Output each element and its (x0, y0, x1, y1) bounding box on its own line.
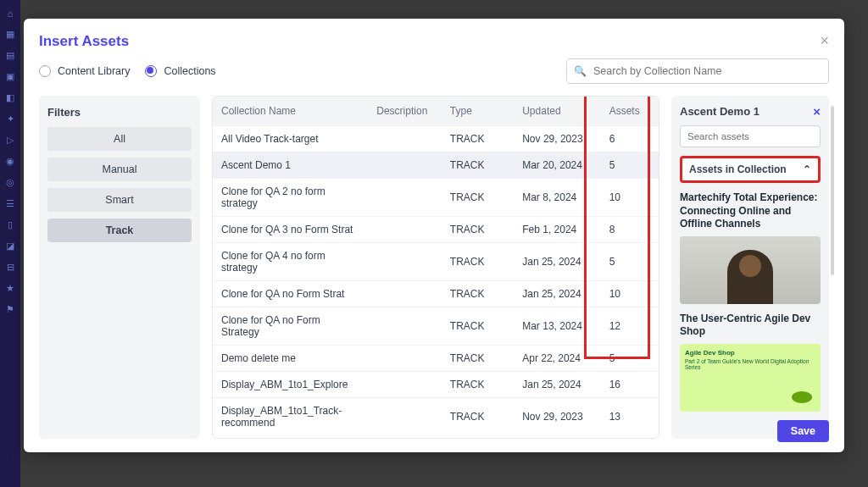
cell-assets: 12 (601, 307, 659, 346)
cell-type: TRACK (442, 372, 514, 398)
rail-icon[interactable]: ☰ (6, 198, 14, 209)
filter-manual[interactable]: Manual (47, 158, 192, 181)
rail-icon[interactable]: ⚑ (6, 304, 14, 315)
table-row[interactable]: Demo delete meTRACKApr 22, 20245 (213, 346, 659, 372)
filter-smart[interactable]: Smart (47, 188, 192, 212)
collections-table-panel: Collection Name Description Type Updated… (212, 96, 659, 439)
collections-table: Collection Name Description Type Updated… (213, 97, 659, 435)
detail-title: Ascent Demo 1 (680, 105, 760, 118)
asset-thumbnail: Agile Dev Shop Part 2 of Team Guide's Ne… (680, 344, 821, 412)
cell-name: Ascent Demo 1 (213, 152, 368, 179)
table-row[interactable]: Display_ABM_1to1_ExploreTRACKJan 25, 202… (213, 372, 659, 398)
asset-title: The User-Centric Agile Dev Shop (680, 313, 821, 339)
person-graphic (727, 250, 773, 304)
detail-close-icon[interactable]: × (813, 104, 821, 119)
tab-content-library[interactable]: Content Library (39, 65, 130, 77)
cell-assets: 13 (601, 398, 659, 436)
table-row[interactable]: Clone for QA 2 no form strategyTRACKMar … (213, 179, 659, 217)
cell-assets: 5 (601, 152, 659, 179)
cell-updated: Mar 20, 2024 (514, 152, 600, 179)
asset-thumbnail (680, 236, 821, 304)
cell-assets: 5 (601, 346, 659, 372)
detail-search-input[interactable] (680, 125, 821, 147)
cell-name: Clone for QA no Form Strat (213, 281, 368, 307)
cell-name: Clone for QA 3 no Form Strat (213, 217, 368, 243)
filters-title: Filters (47, 106, 192, 119)
table-row[interactable]: All Video Track-targetTRACKNov 29, 20236 (213, 126, 659, 152)
cell-name: All Video Track-target (213, 126, 368, 152)
asset-item[interactable]: Martechify Total Experience: Connecting … (680, 191, 821, 304)
cell-updated: Feb 1, 2024 (514, 217, 600, 243)
thumb-heading: Agile Dev Shop (685, 349, 815, 357)
cell-desc (368, 398, 442, 436)
cell-name: Clone for QA 4 no form strategy (213, 243, 368, 281)
cell-updated: Jan 25, 2024 (514, 243, 600, 281)
cell-desc (368, 243, 442, 281)
asset-item[interactable]: The User-Centric Agile Dev Shop Agile De… (680, 313, 821, 412)
cell-assets: 10 (601, 179, 659, 217)
insert-assets-modal: Insert Assets × Content Library Collecti… (24, 19, 844, 452)
rail-icon[interactable]: ◪ (6, 241, 14, 252)
cell-assets: 8 (601, 217, 659, 243)
table-row[interactable]: Clone for QA no Form StratTRACKJan 25, 2… (213, 281, 659, 307)
table-row[interactable]: Clone for QA 3 no Form StratTRACKFeb 1, … (213, 217, 659, 243)
cell-type: TRACK (442, 307, 514, 346)
cell-updated: Jan 25, 2024 (514, 281, 600, 307)
pagination: « Previous 1 2 3 Next » (213, 435, 659, 439)
rail-icon[interactable]: ⌂ (8, 8, 14, 19)
cell-name: Clone for QA no Form Strategy (213, 307, 368, 346)
cell-desc (368, 307, 442, 346)
rail-icon[interactable]: ◉ (6, 156, 14, 167)
rail-icon[interactable]: ★ (6, 283, 14, 294)
cell-type: TRACK (442, 281, 514, 307)
filter-all[interactable]: All (47, 127, 192, 151)
filters-panel: Filters All Manual Smart Track (39, 96, 200, 439)
asset-title: Martechify Total Experience: Connecting … (680, 191, 821, 231)
tab-collections[interactable]: Collections (145, 65, 215, 77)
table-row[interactable]: Display_ABM_1to1_Track-recommendTRACKNov… (213, 398, 659, 436)
rail-icon[interactable]: ▣ (6, 71, 14, 82)
rail-icon[interactable]: ⊟ (7, 262, 14, 273)
scrollbar[interactable] (831, 106, 834, 275)
cell-type: TRACK (442, 152, 514, 179)
cell-type: TRACK (442, 346, 514, 372)
cell-desc (368, 126, 442, 152)
tab-label: Content Library (58, 65, 130, 77)
cell-desc (368, 152, 442, 179)
cell-name: Demo delete me (213, 346, 368, 372)
rail-icon[interactable]: ▤ (6, 50, 14, 61)
rail-icon[interactable]: ◧ (6, 92, 14, 103)
collection-detail-panel: Ascent Demo 1 × Assets in Collection ⌃ M… (671, 96, 829, 439)
th-type[interactable]: Type (442, 97, 514, 126)
filter-track[interactable]: Track (47, 219, 192, 242)
th-updated[interactable]: Updated (514, 97, 600, 126)
th-collection-name[interactable]: Collection Name (213, 97, 368, 126)
search-collections[interactable]: 🔍 (566, 58, 829, 84)
cell-updated: Jan 25, 2024 (514, 372, 600, 398)
app-left-rail: ⌂ ▦ ▤ ▣ ◧ ✦ ▷ ◉ ◎ ☰ ▯ ◪ ⊟ ★ ⚑ (0, 0, 20, 487)
cell-desc (368, 346, 442, 372)
save-button[interactable]: Save (777, 420, 829, 442)
rail-icon[interactable]: ◎ (6, 177, 14, 188)
table-row[interactable]: Ascent Demo 1TRACKMar 20, 20245 (213, 152, 659, 179)
cell-type: TRACK (442, 243, 514, 281)
th-assets[interactable]: Assets (601, 97, 659, 126)
search-input[interactable] (593, 65, 821, 77)
cell-desc (368, 179, 442, 217)
rail-icon[interactable]: ▦ (6, 29, 14, 40)
eye-graphic (792, 391, 812, 403)
rail-icon[interactable]: ▷ (7, 135, 14, 146)
cell-assets: 5 (601, 243, 659, 281)
rail-icon[interactable]: ▯ (8, 219, 13, 230)
cell-updated: Nov 29, 2023 (514, 398, 600, 436)
table-row[interactable]: Clone for QA no Form StrategyTRACKMar 13… (213, 307, 659, 346)
table-header-row: Collection Name Description Type Updated… (213, 97, 659, 126)
cell-updated: Nov 29, 2023 (514, 126, 600, 152)
table-row[interactable]: Clone for QA 4 no form strategyTRACKJan … (213, 243, 659, 281)
rail-icon[interactable]: ✦ (7, 113, 14, 125)
th-description[interactable]: Description (368, 97, 442, 126)
cell-name: Clone for QA 2 no form strategy (213, 179, 368, 217)
close-icon[interactable]: × (820, 32, 829, 50)
assets-in-collection-toggle[interactable]: Assets in Collection ⌃ (680, 156, 821, 183)
cell-desc (368, 372, 442, 398)
